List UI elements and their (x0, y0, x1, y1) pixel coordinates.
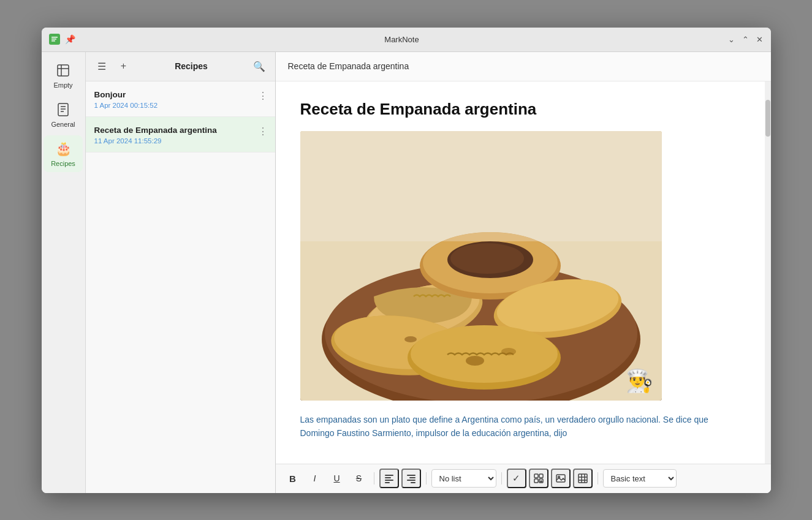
svg-rect-46 (579, 474, 587, 483)
svg-rect-37 (411, 482, 415, 483)
svg-rect-31 (385, 477, 391, 478)
image-button[interactable] (551, 469, 571, 488)
svg-rect-30 (385, 475, 393, 476)
chef-emoji: 👨‍🍳 (626, 369, 653, 393)
editor-header: Receta de Empanada argentina (276, 52, 771, 81)
add-note-button[interactable]: + (115, 58, 132, 75)
list-type-select[interactable]: No list Bullet list Ordered list (431, 469, 496, 488)
title-bar-left: 📌 (49, 34, 75, 45)
sidebar-general-label: General (51, 121, 75, 128)
window-controls[interactable]: ⌄ ⌃ ✕ (728, 35, 763, 44)
sidebar-item-empty[interactable]: Empty (44, 57, 83, 94)
editor-content[interactable]: Receta de Empanada argentina (276, 81, 765, 464)
svg-rect-32 (385, 480, 393, 481)
svg-rect-35 (409, 477, 415, 478)
scrollbar-thumb[interactable] (765, 100, 770, 137)
underline-button[interactable]: U (327, 469, 347, 488)
close-button[interactable]: ✕ (756, 35, 763, 44)
editor-toolbar: B I U S (276, 464, 771, 493)
note-item-bonjour[interactable]: Bonjour 1 Apr 2024 00:15:52 ⋮ (86, 81, 275, 117)
svg-rect-1 (51, 37, 58, 38)
empty-icon (55, 62, 72, 79)
recipes-icon: 🎂 (55, 140, 72, 157)
text-style-select[interactable]: Basic text Heading 1 Heading 2 Heading 3 (603, 469, 677, 488)
editor-title[interactable]: Receta de Empanada argentina (300, 100, 740, 119)
editor-scroll-area: Receta de Empanada argentina (276, 81, 771, 464)
note-list-header: ☰ + Recipes 🔍 (86, 52, 275, 81)
window-title: MarkNote (384, 35, 419, 44)
svg-point-27 (501, 348, 516, 355)
sidebar: Empty General 🎂 Recipes (42, 52, 86, 493)
checkmark-button[interactable]: ✓ (507, 469, 526, 488)
editor-image: 👨‍🍳 (300, 131, 662, 401)
note-item-empanada[interactable]: Receta de Empanada argentina 11 Apr 2024… (86, 117, 275, 153)
svg-rect-40 (534, 479, 538, 483)
note-more-empanada[interactable]: ⋮ (258, 126, 268, 137)
svg-rect-2 (51, 39, 56, 40)
note-title-empanada: Receta de Empanada argentina (94, 126, 267, 135)
minimize-button[interactable]: ⌄ (728, 35, 735, 44)
empanada-svg (300, 131, 662, 401)
note-title-bonjour: Bonjour (94, 90, 267, 99)
main-layout: Empty General 🎂 Recipes (42, 52, 771, 493)
svg-rect-33 (385, 482, 390, 483)
svg-rect-3 (51, 40, 55, 42)
search-button[interactable]: 🔍 (251, 58, 268, 75)
note-date-empanada: 11 Apr 2024 11:55:29 (94, 137, 267, 145)
toolbar-divider-4 (598, 472, 598, 484)
italic-button[interactable]: I (305, 469, 325, 488)
toolbar-divider-2 (426, 472, 427, 484)
svg-rect-36 (407, 480, 415, 481)
menu-button[interactable]: ☰ (93, 58, 110, 75)
editor-panel: Receta de Empanada argentina Receta de E… (276, 52, 771, 493)
table-button[interactable] (573, 469, 593, 488)
sidebar-empty-label: Empty (53, 81, 72, 89)
pin-icon: 📌 (65, 34, 75, 44)
app-window: 📌 MarkNote ⌄ ⌃ ✕ Empty (42, 28, 771, 493)
svg-rect-7 (58, 104, 68, 116)
app-icon (49, 34, 60, 45)
editor-header-title: Receta de Empanada argentina (288, 61, 409, 71)
align-right-button[interactable] (401, 469, 421, 488)
editor-paragraph[interactable]: Las empanadas son un plato que define a … (300, 413, 740, 440)
insert-button[interactable] (529, 469, 548, 488)
note-more-bonjour[interactable]: ⋮ (258, 90, 268, 102)
scrollbar[interactable] (765, 81, 771, 464)
toolbar-divider-3 (501, 472, 502, 484)
sidebar-recipes-label: Recipes (51, 160, 75, 167)
note-list-title: Recipes (137, 61, 246, 71)
sidebar-item-general[interactable]: General (44, 96, 83, 133)
svg-rect-38 (534, 474, 538, 478)
svg-rect-4 (58, 65, 69, 76)
svg-point-26 (466, 356, 484, 366)
toolbar-divider-1 (374, 472, 374, 484)
note-date-bonjour: 1 Apr 2024 00:15:52 (94, 102, 267, 109)
align-left-button[interactable] (379, 469, 399, 488)
svg-rect-29 (300, 131, 662, 241)
maximize-button[interactable]: ⌃ (742, 35, 749, 44)
svg-rect-34 (407, 475, 415, 476)
title-bar: 📌 MarkNote ⌄ ⌃ ✕ (42, 28, 771, 52)
svg-point-28 (404, 336, 417, 342)
general-icon (55, 101, 72, 118)
note-list-panel: ☰ + Recipes 🔍 Bonjour 1 Apr 2024 00:15:5… (86, 52, 276, 493)
svg-rect-39 (539, 474, 543, 478)
sidebar-item-recipes[interactable]: 🎂 Recipes (44, 135, 83, 172)
svg-point-21 (450, 243, 524, 274)
bold-button[interactable]: B (283, 469, 303, 488)
strikethrough-button[interactable]: S (349, 469, 369, 488)
